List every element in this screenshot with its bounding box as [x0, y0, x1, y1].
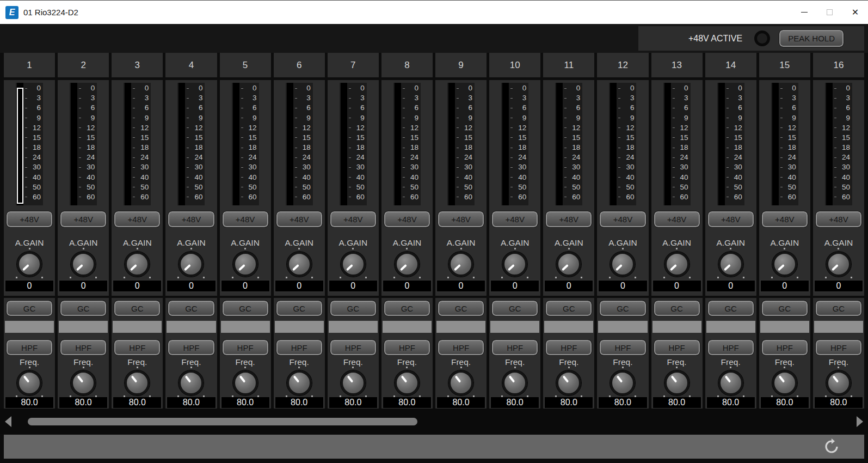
analog-gain-knob[interactable] [664, 252, 690, 277]
hpf-freq-knob[interactable] [395, 370, 420, 395]
hpf-freq-knob[interactable] [178, 370, 204, 395]
hpf-freq-knob[interactable] [341, 370, 366, 395]
hpf-freq-knob[interactable] [287, 370, 312, 395]
channel-header[interactable]: 5 [220, 53, 271, 77]
analog-gain-knob[interactable] [772, 252, 797, 277]
hpf-freq-knob[interactable] [71, 370, 96, 395]
close-button[interactable]: ✕ [842, 1, 868, 24]
hpf-freq-value[interactable]: 80.0 [383, 397, 432, 409]
analog-gain-knob[interactable] [610, 252, 635, 277]
hpf-button[interactable]: HPF [492, 340, 538, 355]
gain-compensation-button[interactable]: GC [546, 301, 592, 316]
hpf-freq-value[interactable]: 80.0 [59, 397, 108, 409]
analog-gain-knob[interactable] [718, 252, 743, 277]
analog-gain-value[interactable]: 0 [814, 280, 863, 292]
phantom-button[interactable]: +48V [276, 211, 322, 227]
hpf-button[interactable]: HPF [654, 340, 700, 355]
hpf-freq-value[interactable]: 80.0 [167, 397, 216, 409]
analog-gain-knob[interactable] [502, 252, 527, 277]
scroll-left-button[interactable] [4, 416, 12, 428]
hpf-button[interactable]: HPF [708, 340, 754, 355]
channel-header[interactable]: 1 [4, 53, 55, 77]
hpf-freq-knob[interactable] [826, 370, 851, 395]
gain-compensation-button[interactable]: GC [816, 301, 861, 316]
hpf-freq-knob[interactable] [233, 370, 258, 395]
scroll-thumb[interactable] [28, 418, 417, 425]
phantom-button[interactable]: +48V [330, 211, 376, 227]
analog-gain-value[interactable]: 0 [490, 280, 539, 292]
analog-gain-value[interactable]: 0 [544, 280, 593, 292]
analog-gain-value[interactable]: 0 [5, 280, 54, 292]
hpf-button[interactable]: HPF [223, 340, 268, 355]
gain-compensation-button[interactable]: GC [330, 301, 376, 316]
analog-gain-value[interactable]: 0 [383, 280, 432, 292]
hpf-button[interactable]: HPF [330, 340, 376, 355]
phantom-button[interactable]: +48V [546, 211, 592, 227]
hpf-freq-knob[interactable] [125, 370, 150, 395]
gain-compensation-button[interactable]: GC [168, 301, 214, 316]
gain-compensation-button[interactable]: GC [276, 301, 322, 316]
gain-compensation-button[interactable]: GC [492, 301, 538, 316]
analog-gain-knob[interactable] [17, 252, 42, 277]
analog-gain-knob[interactable] [287, 252, 312, 277]
analog-gain-knob[interactable] [125, 252, 150, 277]
phantom-button[interactable]: +48V [7, 211, 52, 227]
hpf-freq-value[interactable]: 80.0 [490, 397, 539, 409]
hpf-freq-knob[interactable] [772, 370, 797, 395]
hpf-button[interactable]: HPF [168, 340, 214, 355]
gain-compensation-button[interactable]: GC [384, 301, 430, 316]
phantom-button[interactable]: +48V [114, 211, 160, 227]
channel-header[interactable]: 12 [597, 53, 648, 77]
scroll-right-button[interactable] [856, 416, 864, 428]
channel-header[interactable]: 10 [489, 53, 540, 77]
channel-header[interactable]: 3 [112, 53, 163, 77]
analog-gain-knob[interactable] [826, 252, 851, 277]
hpf-button[interactable]: HPF [816, 340, 861, 355]
analog-gain-value[interactable]: 0 [598, 280, 647, 292]
hpf-freq-value[interactable]: 80.0 [814, 397, 863, 409]
refresh-button[interactable] [822, 437, 841, 456]
peak-hold-button[interactable]: PEAK HOLD [779, 30, 844, 47]
gain-compensation-button[interactable]: GC [60, 301, 106, 316]
analog-gain-value[interactable]: 0 [329, 280, 378, 292]
hpf-button[interactable]: HPF [438, 340, 484, 355]
channel-header[interactable]: 9 [435, 53, 487, 77]
minimize-button[interactable] [791, 1, 817, 24]
hpf-freq-value[interactable]: 80.0 [436, 397, 485, 409]
analog-gain-value[interactable]: 0 [652, 280, 701, 292]
phantom-button[interactable]: +48V [654, 211, 700, 227]
analog-gain-value[interactable]: 0 [436, 280, 485, 292]
hpf-freq-value[interactable]: 80.0 [113, 397, 162, 409]
hpf-freq-value[interactable]: 80.0 [329, 397, 378, 409]
hpf-freq-knob[interactable] [718, 370, 743, 395]
phantom-button[interactable]: +48V [600, 211, 645, 227]
analog-gain-knob[interactable] [448, 252, 473, 277]
channel-header[interactable]: 15 [759, 53, 810, 77]
analog-gain-value[interactable]: 0 [760, 280, 809, 292]
gain-compensation-button[interactable]: GC [708, 301, 754, 316]
phantom-button[interactable]: +48V [816, 211, 861, 227]
analog-gain-knob[interactable] [233, 252, 258, 277]
hpf-freq-value[interactable]: 80.0 [275, 397, 324, 409]
hpf-button[interactable]: HPF [600, 340, 645, 355]
phantom-button[interactable]: +48V [492, 211, 538, 227]
hpf-freq-knob[interactable] [664, 370, 690, 395]
hpf-button[interactable]: HPF [762, 340, 808, 355]
channel-header[interactable]: 11 [543, 53, 594, 77]
analog-gain-knob[interactable] [395, 252, 420, 277]
analog-gain-knob[interactable] [556, 252, 581, 277]
analog-gain-knob[interactable] [341, 252, 366, 277]
hpf-freq-value[interactable]: 80.0 [760, 397, 809, 409]
analog-gain-value[interactable]: 0 [59, 280, 108, 292]
analog-gain-knob[interactable] [178, 252, 204, 277]
gain-compensation-button[interactable]: GC [223, 301, 268, 316]
hpf-button[interactable]: HPF [114, 340, 160, 355]
scroll-track[interactable] [15, 418, 853, 425]
phantom-button[interactable]: +48V [223, 211, 268, 227]
phantom-button[interactable]: +48V [762, 211, 808, 227]
maximize-button[interactable] [817, 1, 842, 24]
gain-compensation-button[interactable]: GC [600, 301, 645, 316]
phantom-button[interactable]: +48V [168, 211, 214, 227]
analog-gain-value[interactable]: 0 [275, 280, 324, 292]
gain-compensation-button[interactable]: GC [762, 301, 808, 316]
